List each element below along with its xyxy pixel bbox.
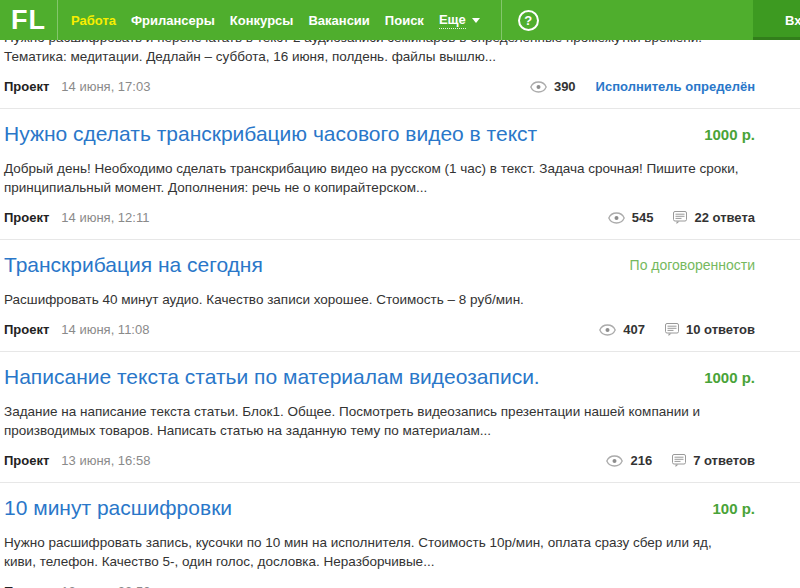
nav-item-rabota[interactable]: Работа	[71, 13, 116, 28]
views-count: 407	[623, 322, 645, 337]
views-stat: 216	[606, 453, 652, 468]
job-description: Задание на написание текста статьи. Блок…	[4, 402, 755, 440]
job-title-link[interactable]: Написание текста статьи по материалам ви…	[4, 364, 540, 390]
chevron-down-icon	[472, 18, 480, 23]
eye-icon	[608, 212, 625, 224]
views-stat: 545	[608, 210, 654, 225]
job-date: 12 июня, 22:50	[61, 584, 150, 588]
executor-defined-link[interactable]: Исполнитель определён	[596, 79, 755, 94]
views-stat: 407	[599, 322, 645, 337]
job-meta-row: Проект 14 июня, 12:11 545 22 отве	[4, 210, 755, 225]
job-meta-row: Проект 14 июня, 17:03 390 Исполнитель оп…	[4, 79, 755, 94]
eye-icon	[530, 81, 547, 93]
job-listing: Нужно расшифровать и перепечатать в текс…	[0, 28, 800, 109]
views-count: 545	[632, 210, 654, 225]
nav-item-contests[interactable]: Конкурсы	[230, 13, 294, 28]
job-price: По договоренности	[630, 257, 755, 273]
nav-divider	[501, 0, 502, 40]
job-date: 14 июня, 11:08	[61, 322, 149, 337]
job-listing: Написание текста статьи по материалам ви…	[0, 352, 800, 483]
more-label: Еще	[439, 12, 466, 29]
nav-item-search[interactable]: Поиск	[385, 13, 424, 28]
job-price: 1000 р.	[704, 126, 755, 143]
job-meta-row: Проект 12 июня, 22:50 445 3 ответ	[4, 584, 755, 588]
comment-icon	[672, 454, 686, 467]
job-title-link[interactable]: Транскрибация на сегодня	[4, 252, 263, 278]
job-description: Добрый день! Необходимо сделать транскри…	[4, 159, 755, 197]
job-description: Расшифровать 40 минут аудио. Качество за…	[4, 290, 755, 309]
fl-logo[interactable]: FL	[0, 0, 58, 40]
nav-item-more[interactable]: Еще	[439, 12, 480, 29]
job-list: Нужно расшифровать и перепечатать в текс…	[0, 40, 800, 588]
answers-count: 10 ответов	[686, 322, 755, 337]
job-date: 14 июня, 17:03	[61, 79, 150, 94]
job-listing: Транскрибация на сегодня По договореннос…	[0, 240, 800, 352]
page: FL Работа Фрилансеры Конкурсы Вакансии П…	[0, 0, 800, 588]
views-count: 216	[630, 453, 652, 468]
job-type-label: Проект	[4, 584, 49, 588]
answers-stat[interactable]: 22 ответа	[673, 210, 755, 225]
job-listing: 10 минут расшифровки 100 р. Нужно расшиф…	[0, 483, 800, 588]
job-date: 13 июня, 16:58	[61, 453, 150, 468]
views-count: 390	[554, 79, 576, 94]
nav-item-vacancies[interactable]: Вакансии	[308, 13, 369, 28]
job-price: 100 р.	[712, 500, 755, 517]
nav-item-freelancers[interactable]: Фрилансеры	[131, 13, 215, 28]
login-button[interactable]: Вход	[753, 0, 800, 40]
eye-icon	[606, 455, 623, 467]
main-nav: Работа Фрилансеры Конкурсы Вакансии Поис…	[71, 12, 495, 29]
job-listing: Нужно сделать транскрибацию часового вид…	[0, 109, 800, 240]
job-meta-row: Проект 14 июня, 11:08 407 10 отве	[4, 322, 755, 337]
job-title-link[interactable]: Нужно сделать транскрибацию часового вид…	[4, 121, 537, 147]
job-date: 14 июня, 12:11	[61, 210, 149, 225]
job-description: Нужно расшифровать запись, кусочки по 10…	[4, 533, 755, 571]
job-price: 1000 р.	[704, 369, 755, 386]
answers-count: 22 ответа	[694, 210, 755, 225]
job-type-label: Проект	[4, 210, 49, 225]
answers-stat[interactable]: 10 ответов	[665, 322, 755, 337]
answers-count: 7 ответов	[693, 453, 755, 468]
views-stat: 390	[530, 79, 576, 94]
comment-icon	[665, 323, 679, 336]
job-type-label: Проект	[4, 453, 49, 468]
job-type-label: Проект	[4, 322, 49, 337]
help-icon[interactable]: ?	[518, 10, 539, 31]
answers-stat[interactable]: 7 ответов	[672, 453, 755, 468]
job-title-link[interactable]: 10 минут расшифровки	[4, 495, 232, 521]
comment-icon	[673, 211, 687, 224]
job-meta-row: Проект 13 июня, 16:58 216 7 ответ	[4, 453, 755, 468]
eye-icon	[599, 324, 616, 336]
job-type-label: Проект	[4, 79, 49, 94]
top-navigation-bar: FL Работа Фрилансеры Конкурсы Вакансии П…	[0, 0, 800, 40]
